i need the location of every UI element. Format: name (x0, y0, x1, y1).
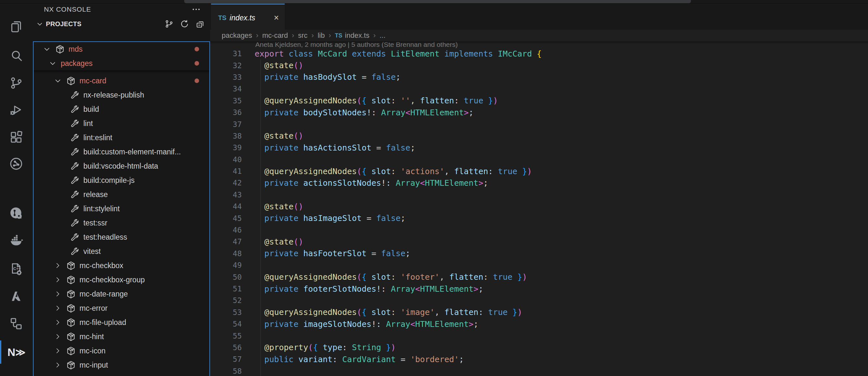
line-number[interactable]: 31 (210, 50, 255, 58)
activity-item-nx-console[interactable]: N≫ (0, 339, 32, 365)
line-number[interactable]: 45 (210, 214, 255, 223)
command-center[interactable] (184, 0, 691, 3)
line-number[interactable]: 43 (210, 191, 255, 199)
collapse-all-icon[interactable] (195, 19, 205, 29)
code-line-37[interactable]: 37 (210, 118, 868, 130)
code-line-50[interactable]: 50 @queryAssignedNodes({ slot: 'footer',… (210, 271, 868, 283)
tree-item-mc-checkbox-group[interactable]: mc-checkbox-group (34, 273, 209, 287)
tree-item-nx-release-publish[interactable]: nx-release-publish (34, 88, 209, 102)
more-actions-icon[interactable] (191, 4, 201, 14)
line-number[interactable]: 51 (210, 285, 255, 293)
line-number[interactable]: 50 (210, 273, 255, 281)
code-line-43[interactable]: 43 (210, 189, 868, 200)
code-line-36[interactable]: 36 private bodySlotNodes!: Array<HTMLEle… (210, 106, 868, 118)
tree-item-mc-error[interactable]: mc-error (34, 301, 209, 315)
code-line-34[interactable]: 34 (210, 83, 868, 95)
chevron-right-icon[interactable] (54, 360, 66, 370)
tree-item-lint-stylelint[interactable]: lint:stylelint (34, 201, 209, 216)
activity-item-gitlens[interactable] (0, 200, 32, 226)
code-line-46[interactable]: 46 (210, 224, 868, 236)
activity-item-run-and-debug[interactable] (0, 97, 32, 123)
code-line-57[interactable]: 57 public variant: CardVariant = 'border… (210, 353, 868, 365)
code-line-56[interactable]: 56 @property({ type: String }) (210, 342, 868, 353)
code-line-33[interactable]: 33 private hasBodySlot = false; (210, 71, 868, 83)
line-number[interactable]: 58 (210, 367, 255, 375)
code-line-38[interactable]: 38 @state() (210, 130, 868, 142)
line-number[interactable]: 41 (210, 167, 255, 176)
tree-item-test-ssr[interactable]: test:ssr (34, 216, 209, 230)
tree-item-mc-input[interactable]: mc-input (34, 358, 209, 372)
line-number[interactable]: 39 (210, 144, 255, 152)
code-line-53[interactable]: 53 @queryAssignedNodes({ slot: 'image', … (210, 307, 868, 318)
code-line-40[interactable]: 40 (210, 154, 868, 165)
activity-item-search[interactable] (0, 43, 32, 68)
code-line-32[interactable]: 32 @state() (210, 59, 868, 71)
line-number[interactable]: 52 (210, 296, 255, 305)
activity-item-azure[interactable] (0, 283, 32, 309)
line-number[interactable]: 42 (210, 179, 255, 187)
tree-item-mc-hint[interactable]: mc-hint (34, 330, 209, 344)
code-line-42[interactable]: 42 private actionsSlotNodes!: Array<HTML… (210, 177, 868, 189)
code-line-35[interactable]: 35 @queryAssignedNodes({ slot: '', flatt… (210, 95, 868, 106)
line-number[interactable]: 47 (210, 238, 255, 246)
breadcrumb-item-src[interactable]: src (298, 31, 307, 40)
chevron-right-icon[interactable] (54, 317, 66, 327)
tree-item-mc-file-upload[interactable]: mc-file-upload (34, 315, 209, 330)
line-number[interactable]: 37 (210, 120, 255, 129)
line-number[interactable]: 49 (210, 261, 255, 270)
tree-item-release[interactable]: release (34, 187, 209, 201)
tree-item-vitest[interactable]: vitest (34, 244, 209, 258)
activity-item-explorer[interactable] (0, 13, 32, 39)
code-line-58[interactable]: 58 (210, 365, 868, 376)
tab-index-ts[interactable]: TS index.ts × (211, 3, 285, 31)
line-number[interactable]: 34 (210, 85, 255, 93)
line-number[interactable]: 44 (210, 202, 255, 211)
line-number[interactable]: 48 (210, 249, 255, 258)
breadcrumb-item-packages[interactable]: packages (222, 31, 252, 40)
line-number[interactable]: 35 (210, 97, 255, 105)
activity-item-docker[interactable] (0, 228, 32, 254)
code-line-48[interactable]: 48 private hasFooterSlot = false; (210, 248, 868, 259)
code-line-51[interactable]: 51 private footerSlotNodes!: Array<HTMLE… (210, 283, 868, 294)
activity-item-extensions[interactable] (0, 124, 32, 150)
tree-item-lint[interactable]: lint (34, 116, 209, 130)
code-line-41[interactable]: 41 @queryAssignedNodes({ slot: 'actions'… (210, 165, 868, 177)
chevron-down-icon[interactable] (35, 20, 44, 28)
line-number[interactable]: 54 (210, 320, 255, 328)
line-number[interactable]: 55 (210, 332, 255, 340)
tree-item-test-headless[interactable]: test:headless (34, 230, 209, 244)
activity-item-project-graph[interactable] (0, 151, 32, 177)
breadcrumb-item-mc-card[interactable]: mc-card (262, 31, 288, 40)
line-number[interactable]: 53 (210, 308, 255, 317)
code-line-54[interactable]: 54 private imageSlotNodes!: Array<HTMLEl… (210, 318, 868, 330)
tree-item-lint-eslint[interactable]: lint:eslint (34, 130, 209, 145)
code-editor[interactable]: Aneta Kjeldsen, 2 months ago | 5 authors… (210, 41, 868, 376)
chevron-right-icon[interactable] (54, 303, 66, 313)
project-graph-icon[interactable] (164, 19, 174, 29)
breadcrumb-item--[interactable]: ... (379, 31, 385, 40)
tree-item-build-custom-element-manif-[interactable]: build:custom-element-manif... (34, 145, 209, 159)
line-number[interactable]: 32 (210, 61, 255, 70)
activity-item-cpp-tools[interactable]: C++ (0, 256, 32, 282)
tree-item-mc-icon[interactable]: mc-icon (34, 344, 209, 358)
refresh-icon[interactable] (180, 19, 189, 29)
line-number[interactable]: 56 (210, 343, 255, 352)
code-line-44[interactable]: 44 @state() (210, 200, 868, 212)
code-line-49[interactable]: 49 (210, 259, 868, 271)
tree-item-build-vscode-html-data[interactable]: build:vscode-html-data (34, 159, 209, 173)
chevron-right-icon[interactable] (54, 261, 66, 270)
close-icon[interactable]: × (274, 13, 279, 22)
code-line-47[interactable]: 47 @state() (210, 236, 868, 247)
breadcrumb-item-index-ts[interactable]: TSindex.ts (335, 31, 369, 40)
chevron-down-icon[interactable] (43, 44, 55, 54)
code-line-39[interactable]: 39 private hasActionsSlot = false; (210, 142, 868, 153)
code-line-55[interactable]: 55 (210, 330, 868, 341)
line-number[interactable]: 38 (210, 132, 255, 140)
tree-item-mc-checkbox[interactable]: mc-checkbox (34, 258, 209, 273)
chevron-right-icon[interactable] (54, 275, 66, 285)
code-line-31[interactable]: 31export class McCard extends LitElement… (210, 48, 868, 59)
chevron-down-icon[interactable] (54, 76, 66, 86)
tree-item-mds[interactable]: mds (34, 42, 209, 56)
line-number[interactable]: 36 (210, 108, 255, 117)
line-number[interactable]: 46 (210, 226, 255, 234)
